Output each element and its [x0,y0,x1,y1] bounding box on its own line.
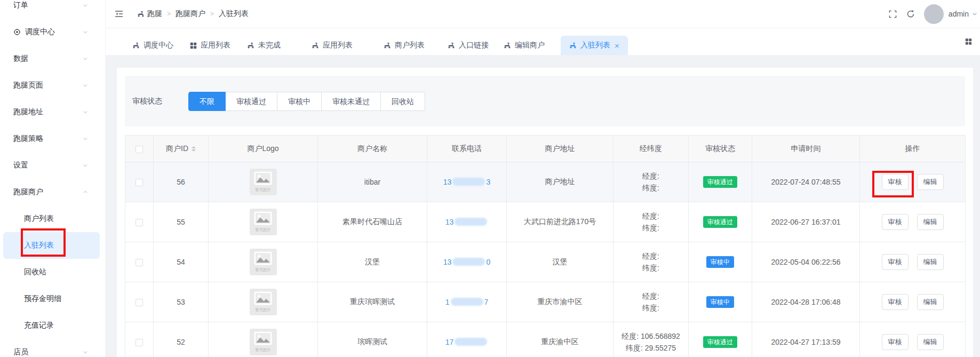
audit-button[interactable]: 审核 [882,174,909,190]
cell-phone: 17 [427,282,507,322]
cell-actions: 审核编辑 [860,242,966,282]
filter-option-回收站[interactable]: 回收站 [381,92,425,111]
sidebar-item-label: 回收站 [24,267,46,277]
breadcrumb: 跑腿>跑腿商户>入驻列表 [137,9,249,19]
cell-actions: 审核编辑 [860,162,966,202]
user-menu[interactable]: admin [949,10,978,18]
sidebar-item-label: 充值记录 [24,321,54,330]
cell-logo: 暂无图片 [209,322,318,357]
edit-button[interactable]: 编辑 [917,334,944,350]
col-header: 申请时间 [752,136,860,162]
status-badge: 审核通过 [703,176,737,188]
close-icon[interactable]: × [615,42,619,50]
sidebar-item-7[interactable]: 设置 [0,152,105,179]
navbar: 跑腿>跑腿商户>入驻列表 admin [106,0,980,28]
cell-select [125,322,154,357]
sidebar-item-3[interactable]: 数据 [0,45,105,72]
sidebar-item-12[interactable]: 预存金明细 [0,285,105,312]
edit-button[interactable]: 编辑 [917,174,944,190]
filter-option-审核中[interactable]: 审核中 [277,92,322,111]
row-checkbox[interactable] [136,339,143,346]
tab-label: 应用列表 [323,41,353,50]
edit-button[interactable]: 编辑 [917,294,944,310]
tab-未完成[interactable]: 未完成 [247,36,281,55]
table-row: 55暂无图片素果时代石嘴山店13大武口前进北路170号经度:纬度:审核通过202… [125,202,966,242]
sidebar-item-8[interactable]: 跑腿商户 [0,179,105,205]
sidebar-item-14[interactable]: 店员 [0,339,105,357]
breadcrumb-item[interactable]: 跑腿商户 [176,9,205,19]
cell-phone: 17 [427,322,507,357]
cell-phone: 130 [427,242,507,282]
tab-应用列表[interactable]: 应用列表 [312,36,353,55]
filter-option-审核通过[interactable]: 审核通过 [226,92,277,111]
sidebar-item-11[interactable]: 回收站 [0,259,105,285]
tab-编辑商户[interactable]: 编辑商户 [504,36,545,55]
cell-actions: 审核编辑 [860,202,966,242]
sidebar-item-label: 店员 [13,347,28,357]
row-checkbox[interactable] [136,259,143,266]
cell-logo: 暂无图片 [209,202,318,242]
sidebar-item-13[interactable]: 充值记录 [0,312,105,339]
sidebar-item-6[interactable]: 跑腿策略 [0,125,105,152]
sidebar-item-label: 跑腿策略 [13,134,43,144]
card: 审核状态 不限审核通过审核中审核未通过回收站 商户ID商户Logo商户名称联系电… [117,68,973,357]
audit-button[interactable]: 审核 [882,334,909,350]
cell-time: 2022-04-28 17:06:48 [752,282,860,322]
select-all-checkbox[interactable] [136,146,143,153]
tab-商户列表[interactable]: 商户列表 [384,36,425,55]
sort-icon[interactable] [192,144,196,154]
breadcrumb-separator: > [167,10,171,18]
cell-lnglat: 经度:纬度: [614,202,689,242]
cell-merchant-id: 54 [154,242,209,282]
breadcrumb-item[interactable]: 入驻列表 [219,9,249,19]
tab-label: 商户列表 [395,41,425,50]
cell-logo: 暂无图片 [209,282,318,322]
cell-actions: 审核编辑 [860,282,966,322]
cell-status: 审核中 [689,282,752,322]
content: 审核状态 不限审核通过审核中审核未通过回收站 商户ID商户Logo商户名称联系电… [106,55,980,357]
sidebar-item-label: 订单 [13,1,28,10]
scooter-icon [312,42,319,49]
tab-应用列表[interactable]: 应用列表 [190,36,230,55]
scooter-icon [448,42,455,49]
edit-button[interactable]: 编辑 [917,214,944,230]
redacted-phone [455,218,487,226]
filter-option-审核未通过[interactable]: 审核未通过 [322,92,381,111]
scooter-icon [132,42,140,49]
tab-options-icon[interactable] [965,38,972,45]
chevron-down-icon [82,55,89,62]
row-checkbox[interactable] [136,299,143,306]
cell-time: 2022-06-27 16:37:01 [752,202,860,242]
audit-button[interactable]: 审核 [882,254,909,270]
audit-button[interactable]: 审核 [882,294,909,310]
sidebar-item-1[interactable]: 订单 [0,0,105,19]
table-row: 53暂无图片重庆瑸晖测试17重庆市渝中区经度:纬度:审核中2022-04-28 … [125,282,966,322]
sidebar-item-2[interactable]: 调度中心 [0,19,105,45]
cell-time: 2022-05-04 06:22:56 [752,242,860,282]
cell-time: 2022-07-24 07:48:55 [752,162,860,202]
row-checkbox[interactable] [136,179,143,186]
tab-入驻列表[interactable]: 入驻列表× [561,36,628,55]
tab-入口链接[interactable]: 入口链接 [448,36,489,55]
tab-bar: 调度中心应用列表未完成应用列表商户列表入口链接编辑商户入驻列表× [106,28,980,55]
tab-调度中心[interactable]: 调度中心 [132,36,173,55]
cell-merchant-id: 52 [154,322,209,357]
audit-button[interactable]: 审核 [882,214,909,230]
avatar[interactable] [924,4,944,24]
collapse-sidebar-icon[interactable] [114,9,124,19]
sidebar-item-5[interactable]: 跑腿地址 [0,99,105,125]
sidebar-item-9[interactable]: 商户列表 [0,205,105,232]
chevron-down-icon [971,11,978,17]
col-select-all [125,136,154,162]
cell-select [125,202,154,242]
refresh-icon[interactable] [906,10,915,18]
main-area: 跑腿>跑腿商户>入驻列表 admin 调度中心应用列表未完成应用列表商户列表入口… [106,0,980,357]
sidebar-item-4[interactable]: 跑腿页面 [0,72,105,99]
row-checkbox[interactable] [136,219,143,226]
redacted-phone [452,258,485,266]
filter-option-不限[interactable]: 不限 [188,92,226,111]
breadcrumb-item[interactable]: 跑腿 [147,9,162,19]
fullscreen-icon[interactable] [889,10,897,18]
edit-button[interactable]: 编辑 [917,254,944,270]
sidebar-item-10[interactable]: 入驻列表 [3,232,100,259]
